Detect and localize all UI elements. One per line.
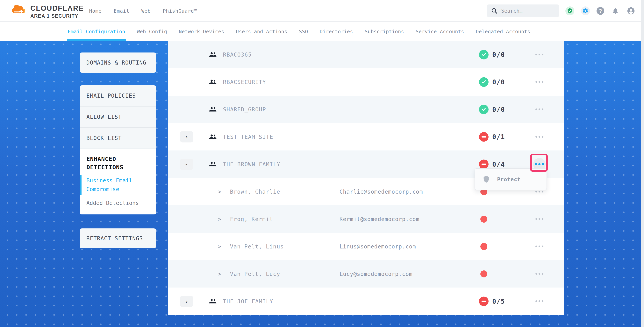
chevron-right-icon: ›	[185, 298, 188, 305]
row-menu-button[interactable]	[533, 76, 546, 88]
sidebar-item-block-list[interactable]: BLOCK LIST	[80, 128, 156, 149]
expand-button[interactable]: ›	[180, 131, 193, 142]
sidebar-item-domains-routing[interactable]: DOMAINS & ROUTING	[80, 52, 156, 73]
status-unprotected-icon	[479, 132, 488, 142]
page-scrollbar[interactable]	[641, 0, 644, 327]
settings-sidebar: DOMAINS & ROUTING EMAIL POLICIES ALLOW L…	[80, 52, 156, 248]
chevron-right-icon[interactable]: >	[218, 271, 221, 277]
chevron-right-icon[interactable]: >	[218, 216, 221, 222]
security-status-badge[interactable]	[566, 6, 574, 15]
group-name: RBACO365	[223, 51, 252, 58]
collapse-button[interactable]: ›	[180, 159, 193, 170]
protection-count: 0/1	[492, 133, 505, 141]
row-menu-button[interactable]	[533, 48, 546, 61]
sidebar-policies-card: EMAIL POLICIES ALLOW LIST BLOCK LIST ENH…	[80, 85, 156, 214]
group-name: THE BROWN FAMILY	[223, 161, 280, 167]
nav-home[interactable]: Home	[89, 8, 102, 14]
user-name: Frog, Kermit	[230, 216, 273, 222]
status-unprotected-icon	[479, 297, 488, 306]
search-box[interactable]	[487, 4, 559, 17]
group-icon	[208, 160, 217, 168]
row-action-dropdown: Protect	[474, 168, 547, 190]
protection-count: 0/0	[492, 51, 505, 58]
chevron-right-icon[interactable]: >	[218, 243, 221, 250]
group-icon	[208, 78, 217, 86]
row-menu-button[interactable]	[533, 268, 546, 280]
group-name: TEST TEAM SITE	[223, 134, 273, 140]
user-name: Van Pelt, Linus	[230, 243, 284, 250]
brand[interactable]: CLOUDFLARE AREA 1 SECURITY	[11, 1, 84, 19]
status-unprotected-dot	[480, 216, 488, 223]
tab-web-config[interactable]: Web Config	[137, 22, 167, 41]
protection-count: 0/0	[492, 106, 505, 113]
enhanced-detections-title: ENHANCED DETECTIONS	[86, 155, 145, 171]
chevron-down-icon: ›	[183, 162, 190, 166]
status-unprotected-dot	[480, 243, 488, 250]
account-circle-icon	[627, 6, 635, 15]
table-row: › TEST TEAM SITE 0/1	[168, 123, 564, 150]
chevron-right-icon[interactable]: >	[218, 188, 221, 195]
tab-subscriptions[interactable]: Subscriptions	[364, 22, 404, 41]
tab-network-devices[interactable]: Network Devices	[179, 22, 224, 41]
tab-service-accounts[interactable]: Service Accounts	[416, 22, 464, 41]
top-header: CLOUDFLARE AREA 1 SECURITY Home Email We…	[0, 0, 644, 22]
expand-button[interactable]: ›	[180, 296, 193, 307]
user-name: Brown, Charlie	[230, 188, 280, 195]
tab-sso[interactable]: SSO	[299, 22, 308, 41]
row-menu-button[interactable]	[533, 131, 546, 143]
protection-count: 0/4	[492, 160, 505, 168]
shield-check-icon	[567, 8, 573, 14]
row-menu-button[interactable]	[533, 240, 546, 253]
group-icon	[208, 133, 217, 141]
nav-phishguard[interactable]: PhishGuard™	[163, 8, 197, 14]
search-input[interactable]	[501, 8, 555, 14]
sidebar-link-business-email-compromise[interactable]: Business Email Compromise	[86, 176, 135, 194]
status-protected-icon	[479, 105, 488, 114]
sidebar-item-allow-list[interactable]: ALLOW LIST	[80, 106, 156, 128]
sidebar-section-enhanced-detections: ENHANCED DETECTIONS Business Email Compr…	[80, 149, 156, 214]
row-menu-button[interactable]	[533, 103, 546, 116]
help-button[interactable]: ?	[596, 7, 604, 15]
protect-menu-item[interactable]: Protect	[475, 169, 546, 190]
bell-icon	[612, 7, 619, 14]
group-icon	[208, 105, 217, 113]
table-row: > Van Pelt, Lucy Lucy@somedemocorp.com	[168, 260, 564, 288]
status-protected-icon	[479, 77, 488, 87]
sidebar-item-email-policies[interactable]: EMAIL POLICIES	[80, 85, 156, 106]
app-root: CLOUDFLARE AREA 1 SECURITY Home Email We…	[0, 0, 644, 327]
table-row: > Frog, Kermit Kermit@somedemocorp.com	[168, 205, 564, 233]
tab-users-and-actions[interactable]: Users and Actions	[236, 22, 287, 41]
table-row: RBACSECURITY 0/0	[168, 68, 564, 96]
section-tabs: Email Configuration Web Config Network D…	[0, 22, 644, 41]
settings-button[interactable]	[581, 6, 590, 15]
tab-delegated-accounts[interactable]: Delegated Accounts	[476, 22, 530, 41]
group-name: RBACSECURITY	[223, 79, 266, 85]
question-mark-icon: ?	[599, 8, 602, 14]
group-name: THE JOE FAMILY	[223, 298, 273, 305]
group-icon	[208, 297, 217, 306]
protection-count: 0/5	[492, 298, 505, 305]
nav-email[interactable]: Email	[114, 8, 129, 14]
group-icon	[208, 50, 217, 59]
user-avatar[interactable]	[626, 6, 636, 15]
primary-nav: Home Email Web PhishGuard™	[89, 0, 197, 22]
sidebar-link-added-detections[interactable]: Added Detections	[86, 199, 150, 207]
protection-count: 0/0	[492, 78, 505, 86]
user-email: Charlie@somedemocorp.com	[340, 188, 423, 195]
row-menu-button[interactable]	[533, 213, 546, 225]
tab-directories[interactable]: Directories	[320, 22, 353, 41]
sidebar-item-retract-settings[interactable]: RETRACT SETTINGS	[80, 228, 156, 248]
tab-email-configuration[interactable]: Email Configuration	[68, 22, 125, 41]
header-controls: ?	[487, 0, 636, 22]
table-row: › THE JOE FAMILY 0/5	[168, 288, 564, 315]
notifications-button[interactable]	[611, 6, 620, 15]
nav-web[interactable]: Web	[141, 8, 150, 14]
row-menu-button[interactable]	[533, 295, 546, 308]
status-unprotected-icon	[479, 159, 488, 169]
directory-table-panel: RBACO365 0/0 RBACSECURITY 0/0 SHARED_G	[168, 41, 564, 315]
gear-icon	[582, 8, 588, 14]
user-email: Kermit@somedemocorp.com	[340, 216, 420, 222]
chevron-right-icon: ›	[185, 133, 188, 140]
protect-menu-label: Protect	[497, 176, 521, 182]
brand-subtitle: AREA 1 SECURITY	[30, 13, 84, 19]
